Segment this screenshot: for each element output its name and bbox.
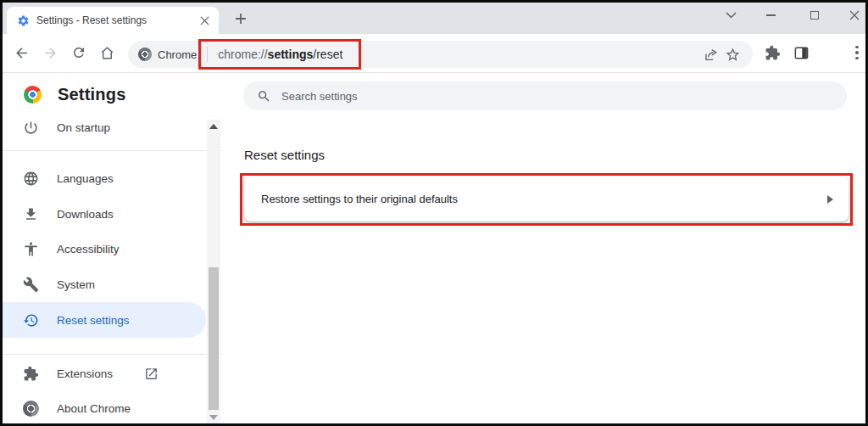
settings-favicon-icon	[17, 14, 30, 27]
search-input[interactable]	[281, 90, 833, 103]
browser-toolbar: Chrome chrome://settings/reset	[3, 34, 865, 73]
maximize-button[interactable]	[802, 4, 827, 26]
url-text[interactable]: chrome://settings/reset	[218, 48, 342, 61]
browser-menu-kebab-icon[interactable]	[848, 41, 866, 64]
settings-header: Settings	[24, 85, 126, 104]
sidebar-item-label: Reset settings	[57, 314, 130, 327]
chrome-logo-icon	[24, 86, 42, 104]
active-tab[interactable]: Settings - Reset settings	[7, 7, 219, 34]
sidebar-item-label: Accessibility	[57, 243, 120, 255]
back-button[interactable]	[9, 41, 33, 64]
chrome-logo-icon	[23, 401, 39, 417]
settings-main-pane: Reset settings Restore settings to their…	[223, 73, 865, 423]
omnibox-divider	[207, 47, 208, 62]
chrome-logo-icon	[138, 48, 152, 61]
sidebar-divider	[3, 150, 222, 151]
sidebar-item-accessibility[interactable]: Accessibility	[3, 231, 206, 266]
power-icon	[23, 120, 39, 136]
sidebar-item-downloads[interactable]: Downloads	[3, 196, 206, 232]
sidebar-item-languages[interactable]: Languages	[3, 160, 206, 196]
arrow-right-icon	[827, 195, 833, 204]
side-panel-icon[interactable]	[789, 41, 813, 64]
settings-sidebar: Settings On startup Languages Downlo	[3, 73, 223, 423]
sidebar-divider	[3, 354, 222, 355]
minimize-button[interactable]	[758, 4, 783, 26]
history-icon	[23, 312, 39, 328]
site-chip-label: Chrome	[158, 48, 197, 61]
extensions-puzzle-icon[interactable]	[760, 41, 784, 64]
tab-strip: Settings - Reset settings	[3, 3, 865, 34]
search-settings-field[interactable]	[243, 81, 847, 110]
browser-window: Settings - Reset settings	[0, 0, 868, 426]
sidebar-item-on-startup[interactable]: On startup	[3, 109, 206, 145]
scroll-down-arrow-icon[interactable]	[209, 415, 218, 420]
forward-button[interactable]	[38, 41, 62, 64]
sidebar-item-about-chrome[interactable]: About Chrome	[3, 390, 206, 426]
scrollbar-thumb[interactable]	[209, 267, 219, 410]
globe-icon	[23, 171, 39, 187]
scroll-up-arrow-icon[interactable]	[209, 124, 218, 129]
window-close-button[interactable]	[842, 4, 867, 26]
profile-avatar[interactable]	[818, 42, 840, 64]
sidebar-item-label: Extensions	[57, 367, 113, 380]
sidebar-item-label: About Chrome	[57, 402, 131, 415]
share-icon[interactable]	[703, 47, 719, 63]
external-link-icon	[144, 367, 159, 381]
address-bar[interactable]: Chrome chrome://settings/reset	[128, 41, 753, 68]
reload-button[interactable]	[67, 41, 91, 64]
tab-search-chevron-icon[interactable]	[718, 4, 743, 26]
tab-title: Settings - Reset settings	[36, 14, 190, 26]
sidebar-item-label: Languages	[57, 172, 114, 185]
restore-defaults-row[interactable]: Restore settings to their original defau…	[244, 177, 849, 221]
bookmark-star-icon[interactable]	[725, 47, 741, 63]
sidebar-item-reset-settings[interactable]: Reset settings	[3, 302, 206, 338]
sidebar-item-extensions[interactable]: Extensions	[3, 356, 206, 391]
download-icon	[23, 206, 39, 222]
section-heading: Reset settings	[244, 148, 325, 162]
tab-close-icon[interactable]	[197, 13, 212, 28]
settings-page: Settings On startup Languages Downlo	[3, 73, 865, 423]
puzzle-icon	[23, 366, 39, 382]
wrench-icon	[23, 277, 39, 293]
accessibility-icon	[23, 241, 39, 257]
search-icon	[257, 89, 271, 104]
sidebar-item-label: Downloads	[57, 208, 114, 221]
settings-title: Settings	[58, 85, 126, 104]
new-tab-button[interactable]	[230, 8, 252, 30]
sidebar-item-label: System	[57, 278, 95, 291]
sidebar-item-label: On startup	[57, 121, 110, 134]
sidebar-item-system[interactable]: System	[3, 266, 206, 302]
sidebar-scrollbar[interactable]	[207, 120, 220, 423]
home-button[interactable]	[95, 41, 119, 64]
restore-defaults-label: Restore settings to their original defau…	[261, 193, 827, 205]
